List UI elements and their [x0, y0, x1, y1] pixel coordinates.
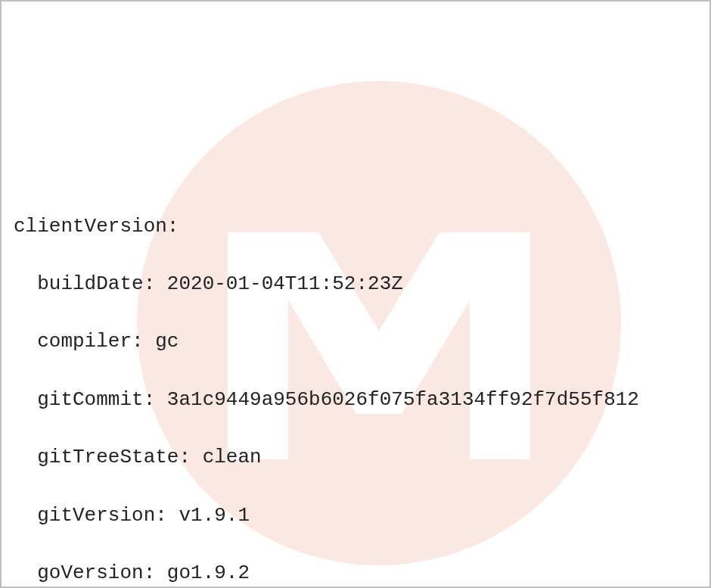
client-go-version: goVersion: go1.9.2	[14, 558, 697, 587]
client-build-date: buildDate: 2020-01-04T11:52:23Z	[14, 269, 697, 298]
client-compiler: compiler: gc	[14, 327, 697, 356]
client-git-commit: gitCommit: 3a1c9449a956b6026f075fa3134ff…	[14, 385, 697, 414]
client-version-header: clientVersion:	[14, 212, 697, 241]
version-output: clientVersion: buildDate: 2020-01-04T11:…	[14, 182, 697, 588]
client-git-tree-state: gitTreeState: clean	[14, 443, 697, 471]
client-git-version: gitVersion: v1.9.1	[14, 501, 697, 530]
